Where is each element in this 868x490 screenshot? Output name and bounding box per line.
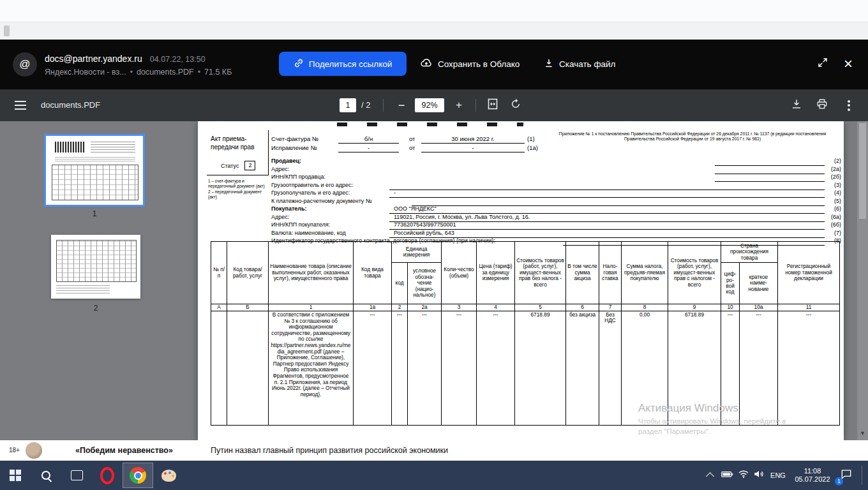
vertical-scrollbar[interactable]: ▼: [857, 121, 868, 440]
fit-page-button[interactable]: [485, 98, 500, 113]
col-header-unit-group: Единица измерения: [392, 242, 442, 263]
download-file-label: Скачать файл: [559, 59, 615, 69]
language-indicator[interactable]: ENG: [767, 461, 789, 490]
col-marker: 8: [622, 304, 668, 311]
col-header-unit-symbol: условное обозна-чение (нацио-нальное): [408, 263, 442, 304]
thumbnail-table-grid: [52, 165, 138, 200]
browser-chrome-area: [0, 0, 868, 40]
rotate-button[interactable]: [508, 98, 523, 113]
tray-volume[interactable]: [749, 461, 768, 490]
wifi-icon: [737, 468, 750, 483]
field-row-seller-inn: ИНН/КПП продавца: (2б): [198, 174, 841, 182]
attachment-file-name: documents.PDF: [137, 68, 194, 77]
col-header-country-group: Страна происхождения товара: [721, 242, 778, 263]
line-marker: (1): [527, 135, 535, 142]
battery-icon: [721, 468, 733, 483]
cell-tax-sum: 0.00: [622, 311, 668, 426]
col-marker: 10: [721, 304, 740, 311]
expand-icon: [817, 57, 828, 71]
news-avatar[interactable]: [26, 442, 42, 459]
cell-unit-symbol: ---: [408, 311, 442, 426]
scrollbar-thumb[interactable]: [859, 123, 866, 219]
line-marker: (2б): [823, 174, 841, 180]
show-desktop-divider[interactable]: [862, 466, 862, 485]
close-button[interactable]: ×: [837, 53, 859, 75]
document-page: Акт приема-передачи прав Счет-фактура № …: [198, 121, 844, 440]
col-header-npp: № п/п: [211, 242, 227, 304]
taskbar-chrome-button-active[interactable]: [123, 463, 153, 488]
close-icon: ×: [844, 53, 853, 75]
task-view-button[interactable]: [61, 461, 92, 490]
zoom-out-button[interactable]: −: [393, 89, 410, 121]
cloud-upload-icon: [420, 57, 433, 70]
watermark-line: раздел "Параметры".: [638, 427, 786, 435]
thumbnail-text-lines: [56, 285, 110, 293]
taskbar-opera-button[interactable]: [92, 461, 123, 490]
zoom-in-button[interactable]: +: [451, 89, 467, 121]
cell-country-name: ---: [740, 311, 778, 426]
col-header-price: Цена (тариф) за единицу измерения: [477, 242, 515, 304]
more-options-button[interactable]: [841, 98, 857, 113]
col-header-country-name: краткое наиме-нование: [740, 263, 778, 304]
correction-number: -: [338, 144, 399, 152]
field-row-buyer: Покупатель: ООО "ЯНДЕКС" (6): [198, 205, 841, 214]
line-marker: (6): [823, 205, 841, 212]
cell-country-code: ---: [721, 311, 740, 426]
scroll-down-arrow[interactable]: ▼: [857, 427, 868, 439]
mail-subline: Яндекс.Новости - вз...•documents.PDF•71.…: [45, 68, 232, 77]
field-value: Российский рубль, 643: [394, 230, 454, 236]
menu-hamburger-button[interactable]: [13, 98, 28, 113]
thumbnail-text-lines: [55, 156, 135, 161]
start-button[interactable]: [0, 461, 31, 490]
field-row-payment-doc: К платежно-расчетному документу № (5): [198, 198, 841, 206]
cell-code: [227, 311, 269, 426]
pdf-file-title: documents.PDF: [41, 89, 100, 121]
cell-customs: ---: [778, 311, 840, 426]
page-thumbnail-1[interactable]: [46, 136, 143, 205]
action-center-button[interactable]: 1: [834, 461, 859, 490]
save-to-cloud-button[interactable]: Сохранить в Облако: [420, 52, 520, 76]
from-label: от: [409, 135, 415, 142]
toolbar-download-button[interactable]: [789, 98, 804, 113]
toolbar-divider: [475, 99, 476, 112]
col-header-tax-sum: Сумма налога, предъяв-ляемая покупателю: [622, 242, 668, 304]
print-button[interactable]: [814, 98, 830, 113]
download-icon: [791, 98, 802, 112]
bullet-separator: •: [198, 68, 200, 77]
search-icon: [41, 471, 50, 480]
field-row-consignor: Грузоотправитель и его адрес: (3): [198, 182, 841, 190]
fit-page-icon: [487, 98, 498, 112]
cell-unit-code: ---: [392, 311, 408, 426]
download-icon: [544, 57, 554, 71]
field-value: 119021, Россия, г. Москва, ул. Льва Толс…: [394, 214, 530, 220]
line-marker: (6а): [823, 214, 841, 220]
page-thumbnail-2[interactable]: [51, 235, 140, 299]
col-marker: 10а: [740, 304, 778, 311]
expand-fullscreen-button[interactable]: [812, 53, 834, 75]
field-value: 7736207543/997750001: [394, 221, 456, 228]
windows-logo-icon: [10, 470, 21, 481]
field-label: Адрес:: [271, 166, 289, 172]
share-link-button[interactable]: Поделиться ссылкой: [279, 52, 407, 76]
field-label: К платежно-расчетному документу №: [271, 198, 372, 204]
field-label: Грузополучатель и его адрес:: [271, 189, 350, 196]
taskbar-paint-button[interactable]: [153, 461, 184, 490]
taskbar-clock[interactable]: 11:08 05.07.2022: [791, 461, 834, 490]
news-story-title[interactable]: «Победим неравенство»: [75, 440, 173, 461]
line-marker: (2): [823, 158, 841, 164]
taskbar-search-button[interactable]: [31, 461, 61, 490]
news-headline[interactable]: Путин назвал главный принцип развития ро…: [211, 440, 448, 461]
invoice-label: Счет-фактура №: [271, 135, 318, 142]
line-marker: (2а): [823, 166, 841, 172]
avatar-glyph: @: [19, 58, 30, 71]
col-marker: 2: [392, 304, 408, 311]
download-file-button[interactable]: Скачать файл: [544, 52, 615, 76]
sender-avatar: @: [13, 52, 37, 77]
task-view-icon: [71, 470, 83, 480]
regulation-note: Приложение № 1 к постановлению Правитель…: [546, 131, 839, 142]
cell-name: В соответствии с приложением № 3 к согла…: [269, 311, 354, 426]
field-label: Грузоотправитель и его адрес:: [271, 182, 353, 188]
page-number-input[interactable]: 1: [340, 98, 356, 112]
screen: @ docs@partner.yandex.ru04.07.22, 13:50 …: [0, 0, 868, 490]
zoom-level-input[interactable]: 92%: [415, 98, 444, 112]
